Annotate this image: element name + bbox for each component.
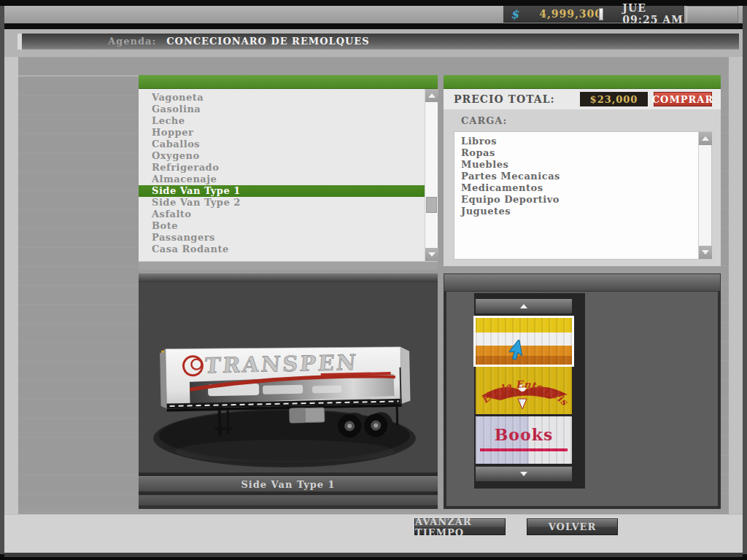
preview-top-bar [139, 273, 438, 282]
purchase-panel: PRECIO TOTAL: $23,000 COMPRAR CARGA: Lib… [444, 75, 721, 266]
scroll-up-icon [428, 93, 436, 98]
trailer-type-item[interactable]: Side Van Type 1 [139, 185, 425, 197]
cursor-icon [509, 340, 531, 368]
cargo-item[interactable]: Juguetes [454, 206, 698, 217]
scroll-up-icon [702, 136, 709, 141]
caption-lower-band [139, 495, 438, 505]
trailer-list-scrollbar[interactable] [425, 89, 438, 261]
trailer-type-item[interactable]: Asfalto [139, 209, 425, 220]
buy-button[interactable]: COMPRAR [654, 92, 712, 106]
cargo-item[interactable]: Libros [454, 136, 698, 147]
skin-thumb-eagle-enterprises[interactable]: Eagle Enterprises [476, 367, 572, 414]
trailer-3d-view: TRANSPEN [139, 282, 438, 472]
money-value: 4,999,300 [539, 8, 590, 20]
trailer-type-item[interactable]: Caballos [139, 139, 425, 150]
trailer-list: VagonetaGasolinaLecheHopperCaballosOxyge… [139, 89, 438, 261]
trailer-type-item[interactable]: Casa Rodante [139, 244, 425, 255]
price-label: PRECIO TOTAL: [454, 93, 555, 105]
agenda-bar: Agenda: CONCECIONARO DE REMOLQUES [22, 34, 739, 50]
skin-selector-panel: Eagle Enterprises Books [444, 273, 721, 509]
left-light-strip [4, 57, 18, 514]
trailer-type-item[interactable]: Passangers [139, 232, 425, 244]
dollar-icon: $ [511, 7, 519, 21]
trailer-type-item[interactable]: Almacenaje [139, 174, 425, 185]
footer-bar [4, 514, 743, 553]
advance-time-button[interactable]: AVANZAR TIEMPO [414, 518, 506, 535]
bottom-black-bar [0, 557, 747, 560]
money-time-bar: $ 4,999,300 JUE 09:25 AM [503, 6, 684, 23]
trailer-type-item[interactable]: Refrigerado [139, 162, 425, 174]
price-value: $23,000 [580, 92, 648, 106]
skin-panel-header [444, 273, 721, 292]
skin-scroll-down-button[interactable] [476, 467, 572, 481]
cargo-item[interactable]: Ropas [454, 147, 698, 159]
cargo-item[interactable]: Partes Mecanicas [454, 171, 698, 182]
scroll-down-icon [702, 250, 709, 254]
right-light-strip [729, 57, 743, 514]
scroll-down-icon [428, 252, 436, 257]
cargo-item[interactable]: Medicamentos [454, 182, 698, 194]
trailer-type-item[interactable]: Hopper [139, 127, 425, 139]
agenda-label: Agenda: [108, 36, 156, 47]
scrollbar-thumb[interactable] [426, 197, 437, 213]
skin-scroll-up-button[interactable] [476, 299, 572, 314]
cargo-label: CARGA: [461, 115, 507, 126]
cargo-scroll-up-button[interactable] [699, 132, 712, 145]
trailer-preview-panel: TRANSPEN [139, 273, 438, 509]
cargo-item[interactable]: Muebles [454, 159, 698, 171]
trailer-caption-text: Side Van Type 1 [241, 479, 335, 490]
cargo-list-scrollbar[interactable] [698, 132, 711, 259]
back-button[interactable]: VOLVER [527, 518, 618, 535]
trailer-type-item[interactable]: Leche [139, 115, 425, 127]
trailer-dealer-screen: $ 4,999,300 JUE 09:25 AM Agenda: CONCECI… [0, 0, 747, 560]
trailer-caption: Side Van Type 1 [139, 476, 438, 491]
left-blank-panel [18, 75, 139, 505]
right-edge [743, 6, 747, 554]
caption-bottom-strip [139, 505, 438, 509]
scroll-up-button[interactable] [425, 89, 438, 102]
cargo-list: LibrosRopasMueblesPartes MecanicasMedica… [454, 131, 712, 260]
trailer-panel-footer [139, 261, 438, 270]
trailer-type-item[interactable]: Bote [139, 220, 425, 232]
trailer-type-item[interactable]: Gasolina [139, 104, 425, 115]
skin-thumb-books[interactable]: Books [476, 416, 572, 464]
scroll-down-button[interactable] [425, 248, 438, 261]
datetime-value: JUE 09:25 AM [622, 2, 684, 26]
trailer-type-item[interactable]: Oxygeno [139, 150, 425, 162]
money-time-divider [599, 8, 603, 20]
scroll-up-icon [520, 304, 527, 308]
top-right-button[interactable] [686, 6, 738, 23]
fabric-fold-texture [476, 367, 572, 414]
trailer-list-header [139, 75, 438, 89]
price-row: PRECIO TOTAL: $23,000 COMPRAR [444, 89, 721, 109]
page-title: CONCECIONARO DE REMOLQUES [166, 36, 369, 47]
trailer-type-item[interactable]: Side Van Type 2 [139, 197, 425, 209]
trailer-render: TRANSPEN [139, 282, 438, 472]
fabric-fold-texture [476, 416, 572, 464]
purchase-panel-header [444, 75, 721, 89]
cargo-item[interactable]: Equipo Deportivo [454, 194, 698, 206]
cargo-area: CARGA: LibrosRopasMueblesPartes Mecanica… [444, 109, 721, 266]
skin-scroller-frame: Eagle Enterprises Books [474, 293, 585, 489]
scroll-down-icon [520, 472, 527, 476]
trailer-type-panel: VagonetaGasolinaLecheHopperCaballosOxyge… [139, 75, 438, 270]
skin-panel-body: Eagle Enterprises Books [444, 292, 721, 509]
cargo-scroll-down-button[interactable] [699, 246, 712, 259]
trailer-type-item[interactable]: Vagoneta [139, 92, 425, 104]
